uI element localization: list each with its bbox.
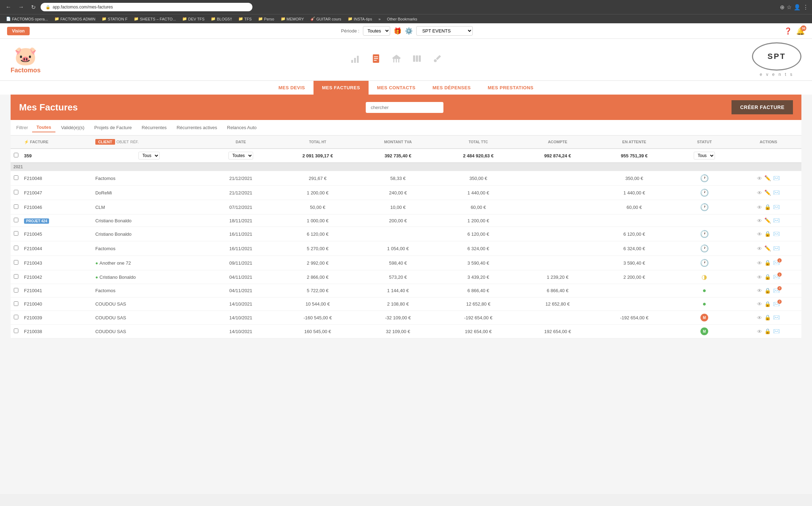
library-icon-button[interactable] bbox=[412, 54, 422, 66]
view-icon[interactable]: 👁 bbox=[757, 175, 762, 181]
view-icon[interactable]: 👁 bbox=[757, 246, 762, 252]
client-filter-button[interactable]: CLIENT bbox=[95, 139, 115, 145]
mail-icon[interactable]: ✉️ bbox=[773, 189, 780, 196]
nav-mes-devis[interactable]: MES DEVIS bbox=[270, 81, 314, 95]
bookmark-other[interactable]: Other Bookmarks bbox=[384, 16, 420, 22]
view-icon[interactable]: 👁 bbox=[757, 329, 762, 335]
ref-filter-button[interactable]: RÉF. bbox=[130, 140, 139, 144]
mail-icon[interactable]: ✉️ bbox=[773, 217, 780, 224]
mail-icon[interactable]: ✉️ bbox=[773, 245, 780, 252]
view-icon[interactable]: 👁 bbox=[757, 274, 762, 280]
filter-tab-projets[interactable]: Projets de Facture bbox=[90, 123, 136, 132]
client-tous-select[interactable]: Tous bbox=[138, 152, 160, 159]
view-icon[interactable]: 👁 bbox=[757, 218, 762, 224]
bookmarks-more-button[interactable]: » bbox=[376, 16, 383, 22]
filter-tab-validees[interactable]: Validé(e)(s) bbox=[57, 123, 89, 132]
mail-icon[interactable]: ✉️ bbox=[773, 314, 780, 321]
lock-icon[interactable]: 🔒 bbox=[764, 204, 771, 210]
forward-button[interactable]: → bbox=[16, 3, 26, 11]
help-button[interactable]: ❓ bbox=[784, 27, 792, 35]
select-all-checkbox[interactable] bbox=[14, 153, 18, 157]
filter-tab-toutes[interactable]: Toutes bbox=[32, 123, 55, 132]
bookmark-sheets[interactable]: 📁 SHEETS – FACTO... bbox=[131, 16, 178, 22]
row-checkbox[interactable] bbox=[14, 204, 18, 209]
lock-icon[interactable]: 🔒 bbox=[764, 231, 771, 237]
bookmark-memory[interactable]: 📁 MEMORY bbox=[278, 16, 306, 22]
lock-icon[interactable]: 🔒 bbox=[764, 301, 771, 307]
search-input[interactable] bbox=[366, 102, 443, 113]
address-bar[interactable]: 🔒 app.factomos.com/mes-factures bbox=[41, 3, 252, 11]
profile-button[interactable]: 👤 bbox=[794, 4, 801, 11]
row-checkbox[interactable] bbox=[14, 288, 18, 293]
lock-icon[interactable]: 🔒 bbox=[764, 260, 771, 266]
bank-icon-button[interactable] bbox=[392, 54, 401, 66]
filter-tab-recurrentes[interactable]: Récurrentes bbox=[137, 123, 171, 132]
filter-tab-recurrentes-actives[interactable]: Récurrentes actives bbox=[172, 123, 221, 132]
view-icon[interactable]: 👁 bbox=[757, 190, 762, 196]
mail-icon[interactable]: ✉️ bbox=[773, 204, 780, 210]
edit-icon[interactable]: ✏️ bbox=[764, 175, 771, 181]
view-icon[interactable]: 👁 bbox=[757, 231, 762, 237]
company-select[interactable]: SPT EVENTS bbox=[416, 26, 473, 36]
lock-icon[interactable]: 🔒 bbox=[764, 274, 771, 280]
nav-mes-factures[interactable]: MES FACTURES bbox=[314, 81, 369, 95]
bookmark-factomos-opera[interactable]: 📄 FACTOMOS opera... bbox=[4, 16, 50, 22]
row-checkbox[interactable] bbox=[14, 274, 18, 279]
invoice-icon-button[interactable] bbox=[371, 54, 381, 66]
objet-filter-button[interactable]: OBJET bbox=[117, 140, 129, 144]
view-icon[interactable]: 👁 bbox=[757, 315, 762, 321]
invoice-en-attente: 3 590,40 € bbox=[595, 256, 673, 270]
row-checkbox[interactable] bbox=[14, 329, 18, 333]
mail-icon[interactable]: ✉️ bbox=[773, 328, 780, 335]
extensions-button[interactable]: ⊕ bbox=[780, 4, 784, 11]
view-icon[interactable]: 👁 bbox=[757, 288, 762, 294]
bookmark-insta[interactable]: 📁 INSTA-tips bbox=[345, 16, 375, 22]
lock-icon[interactable]: 🔒 bbox=[764, 328, 771, 335]
row-checkbox[interactable] bbox=[14, 218, 18, 222]
bookmark-blog5[interactable]: 📁 BLOG5!! bbox=[208, 16, 234, 22]
nav-mes-prestations[interactable]: MES PRESTATIONS bbox=[479, 81, 542, 95]
chart-icon-button[interactable] bbox=[351, 54, 360, 66]
logo-pig-icon: 🐷 bbox=[14, 45, 37, 67]
edit-icon[interactable]: ✏️ bbox=[764, 189, 771, 196]
view-icon[interactable]: 👁 bbox=[757, 301, 762, 307]
mail-icon[interactable]: ✉️ bbox=[773, 175, 780, 181]
row-checkbox[interactable] bbox=[14, 190, 18, 194]
row-checkbox[interactable] bbox=[14, 231, 18, 236]
bookmark-dev-tfs[interactable]: 📁 DEV TFS bbox=[180, 16, 207, 22]
nav-mes-contacts[interactable]: MES CONTACTS bbox=[369, 81, 424, 95]
menu-button[interactable]: ⋮ bbox=[803, 4, 808, 11]
star-button[interactable]: ☆ bbox=[787, 4, 792, 11]
bookmark-tfs[interactable]: 📁 TFS bbox=[236, 16, 254, 22]
view-icon[interactable]: 👁 bbox=[757, 204, 762, 210]
lock-icon[interactable]: 🔒 bbox=[764, 314, 771, 321]
row-checkbox[interactable] bbox=[14, 175, 18, 180]
vision-button[interactable]: Vision bbox=[7, 27, 30, 35]
notification-button[interactable]: 🔔 36 bbox=[796, 27, 805, 35]
lock-icon[interactable]: 🔒 bbox=[764, 288, 771, 294]
edit-icon[interactable]: ✏️ bbox=[764, 217, 771, 224]
reload-button[interactable]: ↻ bbox=[29, 3, 38, 11]
row-checkbox[interactable] bbox=[14, 315, 18, 319]
settings-icon-button[interactable]: ⚙️ bbox=[405, 27, 413, 35]
nav-mes-depenses[interactable]: MES DÉPENSES bbox=[424, 81, 479, 95]
create-facture-button[interactable]: CRÉER FACTURE bbox=[732, 100, 793, 114]
view-icon[interactable]: 👁 bbox=[757, 260, 762, 266]
bookmark-perso[interactable]: 📁 Perso bbox=[256, 16, 277, 22]
periode-select[interactable]: Toutes 2021 2020 2019 bbox=[363, 26, 390, 36]
statut-tous-select[interactable]: Tous bbox=[694, 152, 715, 159]
row-checkbox[interactable] bbox=[14, 260, 18, 265]
bookmark-station-f[interactable]: 📁 STATION F bbox=[99, 16, 130, 22]
date-toutes-select[interactable]: Toutes bbox=[228, 152, 253, 159]
row-checkbox[interactable] bbox=[14, 246, 18, 250]
gift-icon-button[interactable]: 🎁 bbox=[394, 27, 401, 35]
tools-icon-button[interactable] bbox=[432, 54, 442, 66]
filter-tab-relances-auto[interactable]: Relances Auto bbox=[223, 123, 261, 132]
invoice-ttc: 60,00 € bbox=[436, 200, 520, 215]
edit-icon[interactable]: ✏️ bbox=[764, 245, 771, 252]
bookmark-guitar[interactable]: 🎸 GUITAR cours bbox=[308, 16, 344, 22]
back-button[interactable]: ← bbox=[4, 3, 13, 11]
row-checkbox[interactable] bbox=[14, 301, 18, 306]
mail-icon[interactable]: ✉️ bbox=[773, 231, 780, 237]
bookmark-factomos-admin[interactable]: 📁 FACTOMOS ADMIN bbox=[52, 16, 98, 22]
